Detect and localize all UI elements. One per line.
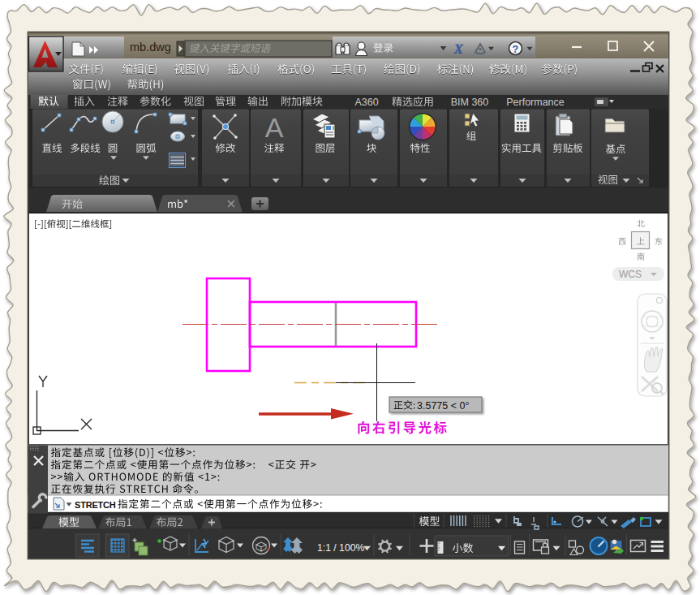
svg-text:BIM 360: BIM 360 — [451, 97, 489, 108]
svg-text:A360: A360 — [354, 97, 378, 108]
svg-text:1:1 / 100%: 1:1 / 100% — [317, 542, 364, 554]
svg-text:X: X — [453, 41, 463, 56]
svg-text:A: A — [265, 112, 284, 143]
svg-text:STRETCH: STRETCH — [75, 500, 116, 510]
svg-text:mb.dwg: mb.dwg — [130, 41, 171, 54]
svg-text:3.5775 < 0°: 3.5775 < 0° — [417, 400, 469, 412]
svg-text:WCS: WCS — [619, 269, 642, 280]
svg-text:Performance: Performance — [506, 97, 565, 108]
svg-text:?: ? — [513, 44, 519, 55]
